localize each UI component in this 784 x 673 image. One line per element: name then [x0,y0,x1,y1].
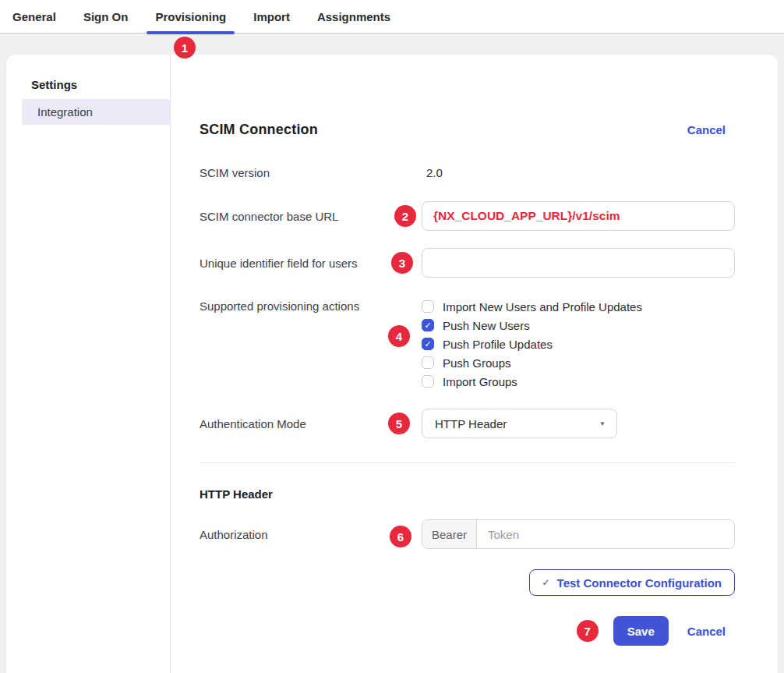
chevron-down-icon: ▼ [599,420,606,427]
checkbox-label: Import Groups [443,375,517,388]
provisioning-actions-label: Supported provisioning actions [200,297,422,313]
base-url-label: SCIM connector base URL [200,210,422,223]
tab-provisioning[interactable]: Provisioning [155,0,226,34]
unique-id-label: Unique identifier field for users [200,257,422,270]
sidebar: Settings Integration [6,55,171,673]
step-badge-1: 1 [174,37,196,58]
test-connector-button[interactable]: ✓ Test Connector Configuration [529,569,735,596]
checkbox-box[interactable] [422,300,434,313]
auth-mode-select[interactable]: HTTP Header ▼ [422,409,617,438]
tab-bar: General Sign On Provisioning Import Assi… [0,0,784,34]
checkbox-box[interactable] [422,356,434,369]
check-icon: ✓ [542,577,550,588]
step-badge-6: 6 [390,526,411,547]
step-badge-7: 7 [577,620,599,642]
checkbox-label: Push Profile Updates [443,338,553,351]
step-badge-5: 5 [388,413,410,434]
checkbox-label: Push New Users [443,319,530,332]
checkbox-box[interactable] [422,338,434,350]
checkbox-push-profile-updates[interactable]: Push Profile Updates [422,335,735,353]
save-button[interactable]: Save [613,616,669,646]
checkbox-import-new-users[interactable]: Import New Users and Profile Updates [422,297,735,316]
checkbox-box[interactable] [422,319,434,331]
page-title: SCIM Connection [200,122,318,138]
unique-id-input[interactable] [422,248,735,278]
sidebar-header-settings: Settings [31,78,170,91]
scim-version-value: 2.0 [422,166,735,179]
step-badge-4: 4 [388,325,410,347]
authorization-label: Authorization [200,528,422,541]
tab-general[interactable]: General [12,0,56,34]
tab-assignments[interactable]: Assignments [317,0,390,34]
token-input[interactable] [477,520,734,548]
scim-version-label: SCIM version [200,166,422,179]
http-header-heading: HTTP Header [200,487,735,501]
tab-import[interactable]: Import [253,0,290,34]
provisioning-panel: Settings Integration SCIM Connection Can… [6,55,778,673]
step-badge-3: 3 [391,252,413,274]
checkbox-push-new-users[interactable]: Push New Users [422,316,735,335]
cancel-link-bottom[interactable]: Cancel [687,625,726,638]
checkbox-import-groups[interactable]: Import Groups [422,372,735,391]
authorization-input-group: Bearer [422,519,735,549]
scim-connection-form: SCIM Connection Cancel SCIM version 2.0 … [171,55,778,673]
sidebar-item-integration[interactable]: Integration [22,99,170,125]
checkbox-label: Push Groups [443,356,511,370]
bearer-prefix: Bearer [422,520,477,548]
base-url-input[interactable] [422,201,735,231]
auth-mode-value: HTTP Header [435,417,507,430]
checkbox-label: Import New Users and Profile Updates [443,300,642,313]
test-connector-label: Test Connector Configuration [557,576,722,590]
cancel-link-top[interactable]: Cancel [687,123,726,136]
step-badge-2: 2 [394,205,416,227]
checkbox-box[interactable] [422,375,434,388]
tab-sign-on[interactable]: Sign On [83,0,129,34]
section-divider [200,462,735,463]
checkbox-push-groups[interactable]: Push Groups [422,353,735,372]
